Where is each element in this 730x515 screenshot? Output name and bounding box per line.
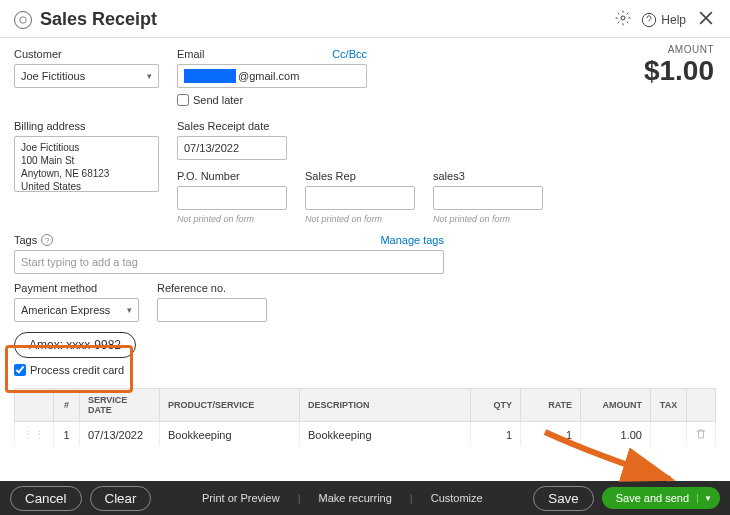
page-title: Sales Receipt — [40, 9, 615, 30]
rep-note: Not printed on form — [305, 214, 415, 224]
sales3-note: Not printed on form — [433, 214, 543, 224]
chevron-down-icon: ▾ — [127, 305, 132, 315]
po-field[interactable] — [177, 186, 287, 210]
col-service-date: SERVICE DATE — [80, 389, 160, 422]
customize-link[interactable]: Customize — [431, 492, 483, 504]
sales3-field[interactable] — [433, 186, 543, 210]
payment-method-select[interactable]: American Express▾ — [14, 298, 139, 322]
col-qty: QTY — [471, 389, 521, 422]
save-button[interactable]: Save — [533, 486, 593, 511]
process-card-checkbox[interactable]: Process credit card — [14, 364, 716, 376]
po-note: Not printed on form — [177, 214, 287, 224]
sales3-label: sales3 — [433, 170, 543, 182]
customer-label: Customer — [14, 48, 159, 60]
gear-icon[interactable] — [615, 10, 631, 29]
drag-handle-icon[interactable]: ⋮⋮ — [15, 422, 54, 447]
make-recurring-link[interactable]: Make recurring — [318, 492, 391, 504]
ref-field[interactable] — [157, 298, 267, 322]
cancel-button[interactable]: Cancel — [10, 486, 82, 511]
tags-input[interactable]: Start typing to add a tag — [14, 250, 444, 274]
amount-label: AMOUNT — [644, 44, 714, 55]
customer-select[interactable]: Joe Fictitious▾ — [14, 64, 159, 88]
card-badge[interactable]: Amex: xxxx-9982 — [14, 332, 136, 358]
clear-button[interactable]: Clear — [90, 486, 152, 511]
po-label: P.O. Number — [177, 170, 287, 182]
payment-method-label: Payment method — [14, 282, 139, 294]
chevron-down-icon: ▾ — [147, 71, 152, 81]
amount-value: $1.00 — [644, 55, 714, 87]
col-num: # — [54, 389, 80, 422]
ref-label: Reference no. — [157, 282, 267, 294]
footer-bar: Cancel Clear Print or Preview | Make rec… — [0, 481, 730, 515]
rep-field[interactable] — [305, 186, 415, 210]
table-row[interactable]: ⋮⋮ 1 07/13/2022 Bookkeeping Bookkeeping … — [15, 422, 716, 447]
help-button[interactable]: Help — [641, 12, 686, 28]
svg-point-0 — [20, 16, 26, 22]
app-logo-icon — [14, 11, 32, 29]
col-product: PRODUCT/SERVICE — [160, 389, 300, 422]
email-label: Email — [177, 48, 205, 60]
ccbcc-link[interactable]: Cc/Bcc — [332, 48, 367, 60]
manage-tags-link[interactable]: Manage tags — [380, 234, 444, 246]
delete-row-icon[interactable] — [687, 422, 716, 447]
email-field[interactable]: @gmail.com — [177, 64, 367, 88]
col-desc: DESCRIPTION — [300, 389, 471, 422]
svg-point-1 — [621, 16, 625, 20]
receipt-date-field[interactable]: 07/13/2022 — [177, 136, 287, 160]
chevron-down-icon[interactable]: ▼ — [697, 494, 712, 503]
rep-label: Sales Rep — [305, 170, 415, 182]
col-rate: RATE — [521, 389, 581, 422]
col-tax: TAX — [651, 389, 687, 422]
save-and-send-button[interactable]: Save and send▼ — [602, 487, 720, 509]
line-items-table: # SERVICE DATE PRODUCT/SERVICE DESCRIPTI… — [14, 388, 716, 446]
info-icon[interactable]: ? — [41, 234, 53, 246]
send-later-checkbox[interactable]: Send later — [177, 94, 367, 106]
close-icon[interactable] — [696, 8, 716, 31]
col-amount: AMOUNT — [581, 389, 651, 422]
receipt-date-label: Sales Receipt date — [177, 120, 287, 132]
billing-address[interactable]: Joe Fictitious 100 Main St Anytown, NE 6… — [14, 136, 159, 192]
print-preview-link[interactable]: Print or Preview — [202, 492, 280, 504]
tags-label: Tags — [14, 234, 37, 246]
billing-label: Billing address — [14, 120, 159, 132]
